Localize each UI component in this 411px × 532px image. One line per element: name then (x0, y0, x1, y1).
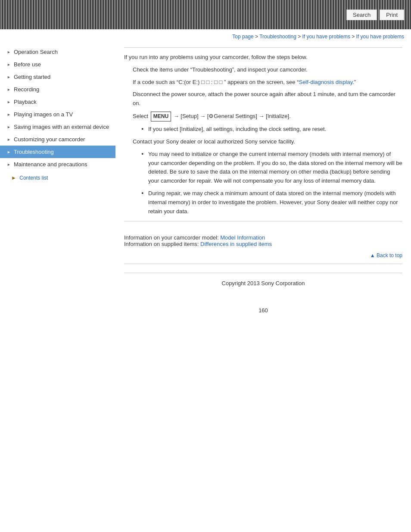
search-button[interactable]: Search (346, 9, 377, 20)
content-body: If you run into any problems using your … (124, 53, 402, 216)
intro-text: If you run into any problems using your … (124, 53, 402, 62)
menu-box: MENU (151, 112, 171, 121)
info-section: Information on your camcorder model: Mod… (124, 230, 402, 247)
page-number: 160 (124, 307, 402, 314)
sidebar-item-label: Playback (14, 99, 37, 105)
info-line1-prefix: Information on your camcorder model: (124, 234, 220, 241)
info-line2-prefix: Information on supplied items: (124, 241, 200, 247)
breadcrumb-problems-link[interactable]: If you have problems (302, 34, 350, 40)
sidebar-arrow-icon: ► (7, 50, 11, 54)
sidebar-arrow-icon: ► (7, 112, 11, 117)
sidebar-item-operation-search[interactable]: ► Operation Search (0, 46, 115, 58)
step1-line1: Check the items under “Troubleshooting”,… (133, 65, 402, 75)
sidebar-item-troubleshooting[interactable]: ► Troubleshooting (0, 146, 115, 158)
step1-container: Check the items under “Troubleshooting”,… (124, 65, 402, 87)
step4-text: Contact your Sony dealer or local author… (133, 137, 402, 146)
step1-line2: If a code such as “C:(or E:) □ □ : □ □ ”… (133, 78, 402, 87)
self-diagnosis-link[interactable]: Self-diagnosis display (299, 79, 352, 85)
sidebar-item-before-use[interactable]: ► Before use (0, 58, 115, 71)
sidebar-arrow-icon: ► (7, 75, 11, 79)
step3-prefix: Select (133, 113, 150, 119)
contents-list-link-container: ► Contents list (0, 171, 115, 184)
sidebar-arrow-icon: ► (7, 125, 11, 129)
copyright-text: Copyright 2013 Sony Corporation (222, 280, 305, 286)
step3-suffix: → [Setup] → [⚙General Settings] → [Initi… (172, 113, 291, 119)
model-info-link[interactable]: Model Information (220, 234, 265, 241)
sidebar-item-label: Operation Search (14, 49, 58, 55)
sidebar-item-getting-started[interactable]: ► Getting started (0, 71, 115, 83)
step3-sub-list: If you select [Initialize], all settings… (133, 125, 402, 134)
step4-container: Contact your Sony dealer or local author… (124, 137, 402, 216)
step3-container: Select MENU → [Setup] → [⚙General Settin… (124, 112, 402, 134)
info-line1: Information on your camcorder model: Mod… (124, 234, 402, 241)
sidebar: ► Operation Search ► Before use ► Gettin… (0, 42, 115, 322)
back-to-top: ▲ Back to top (124, 252, 402, 258)
breadcrumb-troubleshooting-link[interactable]: Troubleshooting (259, 34, 296, 40)
sidebar-item-customizing[interactable]: ► Customizing your camcorder (0, 133, 115, 146)
sidebar-arrow-icon: ► (7, 87, 11, 92)
step3-text: Select MENU → [Setup] → [⚙General Settin… (133, 112, 402, 121)
step2-container: Disconnect the power source, attach the … (124, 90, 402, 108)
sidebar-item-label: Playing images on a TV (14, 111, 73, 118)
info-line2: Information on supplied items: Differenc… (124, 241, 402, 247)
sidebar-item-label: Maintenance and precautions (14, 161, 87, 168)
bottom-divider (124, 221, 402, 221)
supplied-items-link[interactable]: Differences in supplied items (200, 241, 272, 247)
sidebar-arrow-icon: ► (7, 150, 11, 154)
sidebar-item-label: Before use (14, 61, 41, 68)
sidebar-arrow-icon: ► (7, 162, 11, 167)
contents-list-link[interactable]: Contents list (19, 175, 48, 181)
main-content: If you run into any problems using your … (115, 42, 411, 322)
page-layout: ► Operation Search ► Before use ► Gettin… (0, 42, 411, 322)
breadcrumb-current-link[interactable]: If you have problems (356, 34, 404, 40)
header: Search Print (0, 0, 411, 29)
sidebar-item-recording[interactable]: ► Recording (0, 83, 115, 96)
sidebar-item-label: Saving images with an external device (14, 124, 109, 130)
sidebar-item-label: Recording (14, 86, 39, 93)
back-to-top-link[interactable]: ▲ Back to top (370, 252, 402, 258)
print-button[interactable]: Print (380, 9, 404, 20)
sidebar-arrow-icon: ► (7, 137, 11, 142)
bullet-item-1: You may need to initialize or change the… (141, 150, 402, 186)
sidebar-item-label: Troubleshooting (14, 149, 54, 155)
sidebar-item-playing-images[interactable]: ► Playing images on a TV (0, 108, 115, 121)
sidebar-arrow-icon: ► (7, 62, 11, 67)
footer-divider (124, 264, 402, 264)
step2-text: Disconnect the power source, attach the … (133, 90, 402, 108)
breadcrumb-top-link[interactable]: Top page (232, 34, 253, 40)
contents-list-arrow-icon: ► (11, 175, 16, 181)
sidebar-item-label: Getting started (14, 74, 50, 80)
top-divider (124, 47, 402, 48)
bullet-item-2: During repair, we may check a minimum am… (141, 189, 402, 216)
bullet-list: You may need to initialize or change the… (133, 150, 402, 216)
sidebar-item-label: Customizing your camcorder (14, 136, 85, 143)
sidebar-arrow-icon: ► (7, 100, 11, 104)
breadcrumb: Top page > Troubleshooting > If you have… (0, 29, 411, 42)
footer: Copyright 2013 Sony Corporation (124, 273, 402, 290)
sidebar-item-maintenance[interactable]: ► Maintenance and precautions (0, 158, 115, 171)
step1-suffix: .” (352, 79, 356, 85)
sidebar-item-playback[interactable]: ► Playback (0, 96, 115, 108)
step1-prefix: If a code such as “C:(or E:) □ □ : □ □ ”… (133, 79, 299, 85)
step3-sub-item: If you select [Initialize], all settings… (141, 125, 402, 134)
sidebar-item-saving-images[interactable]: ► Saving images with an external device (0, 121, 115, 133)
